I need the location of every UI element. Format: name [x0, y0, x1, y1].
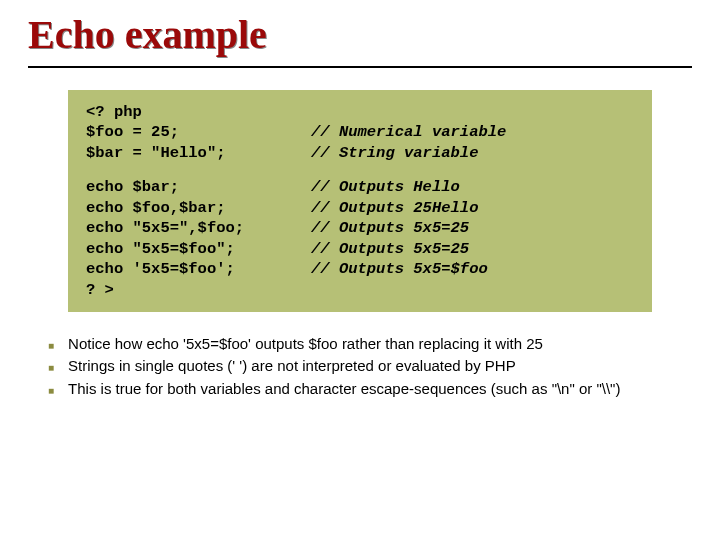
- code-l4b: // Outputs Hello: [311, 178, 460, 196]
- code-block: <? php $foo = 25;// Numerical variable $…: [84, 102, 636, 300]
- code-l6a: echo "5x5=",$foo;: [86, 218, 311, 238]
- code-l7b: // Outputs 5x5=25: [311, 240, 469, 258]
- code-l7a: echo "5x5=$foo";: [86, 239, 311, 259]
- note-1: Notice how echo '5x5=$foo' outputs $foo …: [68, 334, 672, 354]
- notes-list: ■ Notice how echo '5x5=$foo' outputs $fo…: [48, 334, 672, 399]
- slide-title: Echo example: [28, 14, 692, 56]
- code-l1a: <? php: [86, 103, 142, 121]
- code-l6b: // Outputs 5x5=25: [311, 219, 469, 237]
- list-item: ■ This is true for both variables and ch…: [48, 379, 672, 399]
- code-l5b: // Outputs 25Hello: [311, 199, 478, 217]
- list-item: ■ Notice how echo '5x5=$foo' outputs $fo…: [48, 334, 672, 354]
- code-l3b: // String variable: [311, 144, 478, 162]
- code-l5a: echo $foo,$bar;: [86, 198, 311, 218]
- code-l3a: $bar = "Hello";: [86, 143, 311, 163]
- code-l8a: echo '5x5=$foo';: [86, 259, 311, 279]
- code-l2a: $foo = 25;: [86, 122, 311, 142]
- slide: Echo example <? php $foo = 25;// Numeric…: [0, 0, 720, 540]
- bullet-icon: ■: [48, 361, 54, 375]
- title-underline: Echo example: [28, 14, 692, 68]
- code-l4a: echo $bar;: [86, 177, 311, 197]
- code-l2b: // Numerical variable: [311, 123, 506, 141]
- bullet-icon: ■: [48, 339, 54, 353]
- note-2: Strings in single quotes (' ') are not i…: [68, 356, 672, 376]
- note-3: This is true for both variables and char…: [68, 379, 672, 399]
- code-box: <? php $foo = 25;// Numerical variable $…: [68, 90, 652, 312]
- bullet-icon: ■: [48, 384, 54, 398]
- list-item: ■ Strings in single quotes (' ') are not…: [48, 356, 672, 376]
- code-l9a: ? >: [86, 281, 114, 299]
- code-l8b: // Outputs 5x5=$foo: [311, 260, 488, 278]
